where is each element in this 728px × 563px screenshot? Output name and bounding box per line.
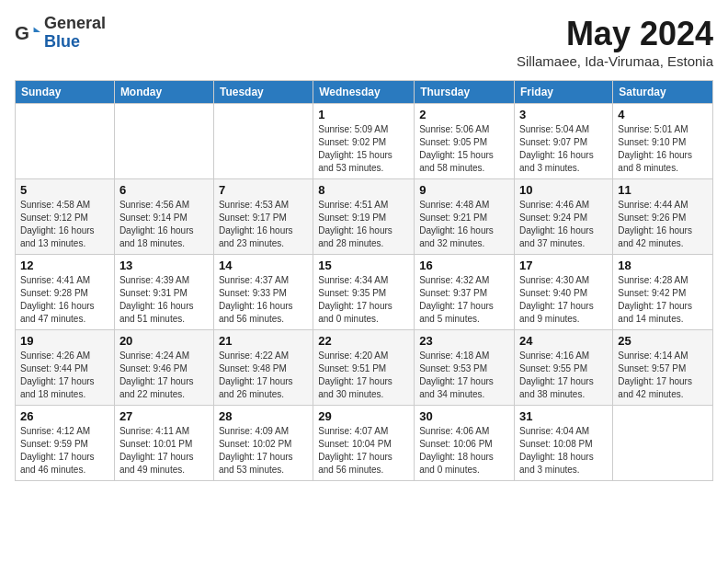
day-number: 17 bbox=[519, 259, 608, 272]
day-info: Sunrise: 4:30 AM Sunset: 9:40 PM Dayligh… bbox=[519, 274, 608, 326]
day-number: 18 bbox=[618, 259, 708, 272]
day-number: 23 bbox=[419, 334, 509, 348]
calendar-cell: 29Sunrise: 4:07 AM Sunset: 10:04 PM Dayl… bbox=[313, 406, 415, 481]
calendar-cell bbox=[16, 104, 115, 179]
month-title: May 2024 bbox=[517, 15, 713, 53]
day-number: 25 bbox=[618, 334, 708, 348]
calendar-cell: 8Sunrise: 4:51 AM Sunset: 9:19 PM Daylig… bbox=[313, 179, 415, 255]
day-number: 14 bbox=[219, 259, 308, 272]
logo-icon: G bbox=[15, 20, 40, 46]
calendar-cell: 20Sunrise: 4:24 AM Sunset: 9:46 PM Dayli… bbox=[114, 330, 213, 406]
day-info: Sunrise: 4:22 AM Sunset: 9:48 PM Dayligh… bbox=[219, 350, 308, 401]
calendar-cell: 10Sunrise: 4:46 AM Sunset: 9:24 PM Dayli… bbox=[515, 179, 613, 255]
logo-general-text: General bbox=[44, 15, 106, 33]
day-info: Sunrise: 4:04 AM Sunset: 10:08 PM Daylig… bbox=[519, 425, 608, 477]
calendar-cell: 23Sunrise: 4:18 AM Sunset: 9:53 PM Dayli… bbox=[415, 330, 515, 406]
column-header-sunday: Sunday bbox=[16, 81, 115, 104]
calendar-cell: 17Sunrise: 4:30 AM Sunset: 9:40 PM Dayli… bbox=[515, 255, 613, 330]
calendar-cell: 7Sunrise: 4:53 AM Sunset: 9:17 PM Daylig… bbox=[213, 179, 313, 255]
day-info: Sunrise: 4:07 AM Sunset: 10:04 PM Daylig… bbox=[318, 425, 409, 477]
day-number: 8 bbox=[318, 183, 409, 197]
calendar-cell: 13Sunrise: 4:39 AM Sunset: 9:31 PM Dayli… bbox=[114, 255, 213, 330]
day-number: 1 bbox=[318, 108, 409, 121]
day-info: Sunrise: 5:09 AM Sunset: 9:02 PM Dayligh… bbox=[318, 123, 409, 175]
calendar-cell: 11Sunrise: 4:44 AM Sunset: 9:26 PM Dayli… bbox=[613, 179, 713, 255]
calendar-week-5: 26Sunrise: 4:12 AM Sunset: 9:59 PM Dayli… bbox=[16, 406, 713, 481]
calendar-cell: 2Sunrise: 5:06 AM Sunset: 9:05 PM Daylig… bbox=[415, 104, 515, 179]
calendar-cell: 31Sunrise: 4:04 AM Sunset: 10:08 PM Dayl… bbox=[515, 406, 613, 481]
day-number: 10 bbox=[519, 183, 608, 197]
day-info: Sunrise: 4:32 AM Sunset: 9:37 PM Dayligh… bbox=[419, 274, 509, 326]
day-info: Sunrise: 4:48 AM Sunset: 9:21 PM Dayligh… bbox=[419, 199, 509, 250]
column-header-monday: Monday bbox=[114, 81, 213, 104]
calendar-cell: 22Sunrise: 4:20 AM Sunset: 9:51 PM Dayli… bbox=[313, 330, 415, 406]
calendar-cell: 6Sunrise: 4:56 AM Sunset: 9:14 PM Daylig… bbox=[114, 179, 213, 255]
calendar-table: SundayMondayTuesdayWednesdayThursdayFrid… bbox=[15, 80, 713, 481]
calendar-week-2: 5Sunrise: 4:58 AM Sunset: 9:12 PM Daylig… bbox=[16, 179, 713, 255]
day-number: 24 bbox=[519, 334, 608, 348]
calendar-cell: 4Sunrise: 5:01 AM Sunset: 9:10 PM Daylig… bbox=[613, 104, 713, 179]
day-info: Sunrise: 4:06 AM Sunset: 10:06 PM Daylig… bbox=[419, 425, 509, 477]
calendar-cell: 25Sunrise: 4:14 AM Sunset: 9:57 PM Dayli… bbox=[613, 330, 713, 406]
calendar-cell bbox=[213, 104, 313, 179]
day-info: Sunrise: 5:01 AM Sunset: 9:10 PM Dayligh… bbox=[618, 123, 708, 175]
calendar-cell: 24Sunrise: 4:16 AM Sunset: 9:55 PM Dayli… bbox=[515, 330, 613, 406]
calendar-cell: 5Sunrise: 4:58 AM Sunset: 9:12 PM Daylig… bbox=[16, 179, 115, 255]
calendar-cell: 21Sunrise: 4:22 AM Sunset: 9:48 PM Dayli… bbox=[213, 330, 313, 406]
day-number: 13 bbox=[119, 259, 209, 272]
calendar-cell: 28Sunrise: 4:09 AM Sunset: 10:02 PM Dayl… bbox=[213, 406, 313, 481]
day-info: Sunrise: 4:46 AM Sunset: 9:24 PM Dayligh… bbox=[519, 199, 608, 250]
day-info: Sunrise: 4:51 AM Sunset: 9:19 PM Dayligh… bbox=[318, 199, 409, 250]
day-info: Sunrise: 4:12 AM Sunset: 9:59 PM Dayligh… bbox=[20, 425, 109, 477]
day-info: Sunrise: 4:56 AM Sunset: 9:14 PM Dayligh… bbox=[119, 199, 209, 250]
day-info: Sunrise: 4:41 AM Sunset: 9:28 PM Dayligh… bbox=[20, 274, 109, 326]
day-number: 20 bbox=[119, 334, 209, 348]
calendar-cell bbox=[613, 406, 713, 481]
day-info: Sunrise: 4:11 AM Sunset: 10:01 PM Daylig… bbox=[119, 425, 209, 477]
day-info: Sunrise: 4:24 AM Sunset: 9:46 PM Dayligh… bbox=[119, 350, 209, 401]
day-number: 29 bbox=[318, 409, 409, 423]
calendar-cell: 3Sunrise: 5:04 AM Sunset: 9:07 PM Daylig… bbox=[515, 104, 613, 179]
calendar-cell bbox=[114, 104, 213, 179]
calendar-cell: 19Sunrise: 4:26 AM Sunset: 9:44 PM Dayli… bbox=[16, 330, 115, 406]
title-block: May 2024 Sillamaee, Ida-Virumaa, Estonia bbox=[517, 15, 713, 69]
calendar-week-3: 12Sunrise: 4:41 AM Sunset: 9:28 PM Dayli… bbox=[16, 255, 713, 330]
column-header-saturday: Saturday bbox=[613, 81, 713, 104]
day-info: Sunrise: 4:14 AM Sunset: 9:57 PM Dayligh… bbox=[618, 350, 708, 401]
svg-marker-1 bbox=[34, 27, 40, 32]
calendar-cell: 12Sunrise: 4:41 AM Sunset: 9:28 PM Dayli… bbox=[16, 255, 115, 330]
calendar-week-1: 1Sunrise: 5:09 AM Sunset: 9:02 PM Daylig… bbox=[16, 104, 713, 179]
day-number: 28 bbox=[219, 409, 308, 423]
day-info: Sunrise: 4:18 AM Sunset: 9:53 PM Dayligh… bbox=[419, 350, 509, 401]
day-info: Sunrise: 4:53 AM Sunset: 9:17 PM Dayligh… bbox=[219, 199, 308, 250]
column-header-thursday: Thursday bbox=[415, 81, 515, 104]
calendar-cell: 16Sunrise: 4:32 AM Sunset: 9:37 PM Dayli… bbox=[415, 255, 515, 330]
day-info: Sunrise: 4:26 AM Sunset: 9:44 PM Dayligh… bbox=[20, 350, 109, 401]
day-info: Sunrise: 4:34 AM Sunset: 9:35 PM Dayligh… bbox=[318, 274, 409, 326]
calendar-week-4: 19Sunrise: 4:26 AM Sunset: 9:44 PM Dayli… bbox=[16, 330, 713, 406]
column-header-friday: Friday bbox=[515, 81, 613, 104]
day-number: 15 bbox=[318, 259, 409, 272]
day-number: 4 bbox=[618, 108, 708, 121]
day-number: 11 bbox=[618, 183, 708, 197]
day-info: Sunrise: 4:37 AM Sunset: 9:33 PM Dayligh… bbox=[219, 274, 308, 326]
calendar-cell: 27Sunrise: 4:11 AM Sunset: 10:01 PM Dayl… bbox=[114, 406, 213, 481]
calendar-cell: 15Sunrise: 4:34 AM Sunset: 9:35 PM Dayli… bbox=[313, 255, 415, 330]
day-info: Sunrise: 4:20 AM Sunset: 9:51 PM Dayligh… bbox=[318, 350, 409, 401]
day-number: 9 bbox=[419, 183, 509, 197]
day-info: Sunrise: 5:04 AM Sunset: 9:07 PM Dayligh… bbox=[519, 123, 608, 175]
calendar-cell: 30Sunrise: 4:06 AM Sunset: 10:06 PM Dayl… bbox=[415, 406, 515, 481]
day-info: Sunrise: 4:58 AM Sunset: 9:12 PM Dayligh… bbox=[20, 199, 109, 250]
day-number: 7 bbox=[219, 183, 308, 197]
day-info: Sunrise: 5:06 AM Sunset: 9:05 PM Dayligh… bbox=[419, 123, 509, 175]
day-number: 3 bbox=[519, 108, 608, 121]
column-header-tuesday: Tuesday bbox=[213, 81, 313, 104]
column-header-wednesday: Wednesday bbox=[313, 81, 415, 104]
day-number: 27 bbox=[119, 409, 209, 423]
day-number: 16 bbox=[419, 259, 509, 272]
day-number: 21 bbox=[219, 334, 308, 348]
logo-blue-text: Blue bbox=[44, 33, 106, 52]
calendar-cell: 1Sunrise: 5:09 AM Sunset: 9:02 PM Daylig… bbox=[313, 104, 415, 179]
day-info: Sunrise: 4:39 AM Sunset: 9:31 PM Dayligh… bbox=[119, 274, 209, 326]
day-number: 12 bbox=[20, 259, 109, 272]
